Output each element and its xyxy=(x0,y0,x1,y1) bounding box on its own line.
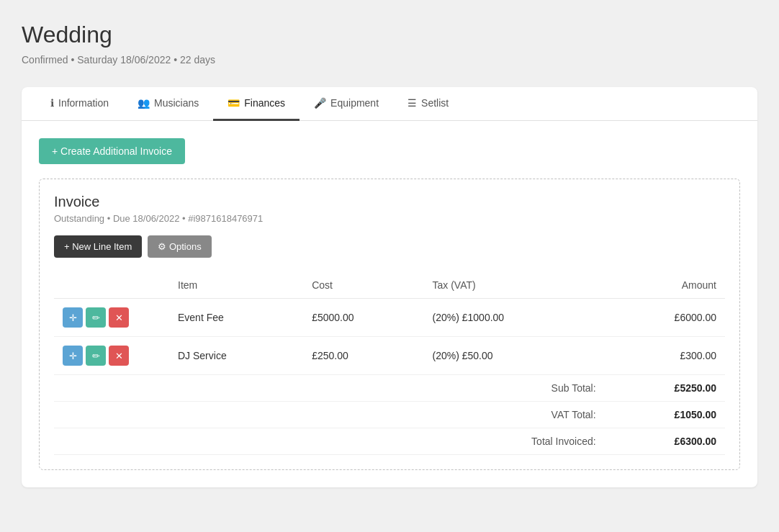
total-invoiced-label: Total Invoiced: xyxy=(424,428,605,455)
row2-tax: (20%) £50.00 xyxy=(424,337,605,375)
row1-amount: £6000.00 xyxy=(605,299,725,337)
finances-icon: 💳 xyxy=(228,97,240,109)
row1-item: Event Fee xyxy=(169,299,303,337)
equipment-icon: 🎤 xyxy=(314,97,326,109)
total-invoiced-value: £6300.00 xyxy=(605,428,725,455)
col-amount-header: Amount xyxy=(605,272,725,299)
page-title: Wedding xyxy=(22,22,757,48)
row1-actions: ✛ ✏ ✕ xyxy=(54,299,169,337)
row2-actions: ✛ ✏ ✕ xyxy=(54,337,169,375)
tab-musicians[interactable]: 👥 Musicians xyxy=(123,87,213,121)
row2-amount: £300.00 xyxy=(605,337,725,375)
row2-edit-button[interactable]: ✏ xyxy=(86,346,106,366)
setlist-icon: ☰ xyxy=(407,97,417,109)
tab-setlist[interactable]: ☰ Setlist xyxy=(393,87,463,121)
row1-edit-button[interactable]: ✏ xyxy=(86,307,106,328)
tab-content-finances: + Create Additional Invoice Invoice Outs… xyxy=(22,121,757,487)
vat-total-row: VAT Total: £1050.00 xyxy=(54,402,725,428)
tab-finances[interactable]: 💳 Finances xyxy=(213,87,300,121)
sub-total-value: £5250.00 xyxy=(605,375,725,402)
invoice-table: Item Cost Tax (VAT) Amount ✛ ✏ ✕ xyxy=(54,272,725,455)
page-subtitle: Confirmed • Saturday 18/06/2022 • 22 day… xyxy=(22,54,757,66)
row2-delete-button[interactable]: ✕ xyxy=(109,346,129,366)
invoice-title: Invoice xyxy=(54,194,725,210)
row1-tax: (20%) £1000.00 xyxy=(424,299,605,337)
tab-information[interactable]: ℹ Information xyxy=(36,87,123,121)
row2-move-button[interactable]: ✛ xyxy=(63,346,83,366)
row1-delete-button[interactable]: ✕ xyxy=(109,307,129,328)
table-row: ✛ ✏ ✕ DJ Service £250.00 (20%) £50.00 £3… xyxy=(54,337,725,375)
musicians-icon: 👥 xyxy=(138,97,150,109)
row1-move-button[interactable]: ✛ xyxy=(63,307,83,328)
sub-total-label: Sub Total: xyxy=(424,375,605,402)
row2-cost: £250.00 xyxy=(303,337,423,375)
row1-cost: £5000.00 xyxy=(303,299,423,337)
col-cost-header: Cost xyxy=(303,272,423,299)
tab-bar: ℹ Information 👥 Musicians 💳 Finances 🎤 E… xyxy=(22,87,757,121)
col-actions-header xyxy=(54,272,169,299)
vat-total-value: £1050.00 xyxy=(605,402,725,428)
new-line-item-button[interactable]: + New Line Item xyxy=(54,235,142,258)
total-invoiced-row: Total Invoiced: £6300.00 xyxy=(54,428,725,455)
row2-item: DJ Service xyxy=(169,337,303,375)
information-icon: ℹ xyxy=(50,97,54,109)
invoice-actions: + New Line Item ⚙ Options xyxy=(54,235,725,258)
vat-total-label: VAT Total: xyxy=(424,402,605,428)
tab-equipment[interactable]: 🎤 Equipment xyxy=(300,87,393,121)
invoice-card: Invoice Outstanding • Due 18/06/2022 • #… xyxy=(39,179,740,470)
create-additional-invoice-button[interactable]: + Create Additional Invoice xyxy=(39,138,185,164)
sub-total-row: Sub Total: £5250.00 xyxy=(54,375,725,402)
options-button[interactable]: ⚙ Options xyxy=(148,235,211,258)
col-item-header: Item xyxy=(169,272,303,299)
main-card: ℹ Information 👥 Musicians 💳 Finances 🎤 E… xyxy=(22,87,757,487)
table-row: ✛ ✏ ✕ Event Fee £5000.00 (20%) £1000.00 … xyxy=(54,299,725,337)
col-tax-header: Tax (VAT) xyxy=(424,272,605,299)
invoice-meta: Outstanding • Due 18/06/2022 • #i9871618… xyxy=(54,213,725,224)
